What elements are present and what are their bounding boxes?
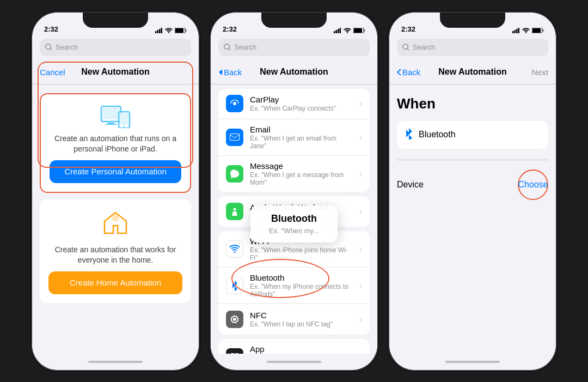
create-personal-automation-button[interactable]: Create Personal Automation xyxy=(50,160,181,183)
when-section: When Bluetooth Device Choose xyxy=(389,84,556,203)
svg-rect-3 xyxy=(161,28,163,33)
nfc-chevron: › xyxy=(359,315,362,324)
carplay-text: CarPlay Ex. "When CarPlay connects" xyxy=(250,95,353,112)
svg-rect-36 xyxy=(532,28,541,33)
status-icons-3 xyxy=(512,28,544,33)
search-input-2[interactable]: Search xyxy=(218,39,370,56)
battery-icon xyxy=(175,28,187,33)
phone1-content: Create an automation that runs on a pers… xyxy=(32,84,199,354)
svg-rect-33 xyxy=(516,29,518,33)
list-item-email[interactable]: Email Ex. "When I get an email from Jane… xyxy=(218,119,370,156)
search-icon-1 xyxy=(45,44,52,51)
personal-card-desc: Create an automation that runs on a pers… xyxy=(50,134,181,155)
bluetooth-overlay: Bluetooth Ex. "When my... xyxy=(250,205,338,242)
wifi-icon xyxy=(165,28,173,33)
nfc-icon xyxy=(226,311,243,328)
home-automation-card: Create an automation that works for ever… xyxy=(40,199,191,303)
divider xyxy=(397,160,548,160)
svg-rect-19 xyxy=(354,28,362,33)
svg-rect-2 xyxy=(159,29,161,33)
search-icon-2 xyxy=(224,44,231,51)
create-home-automation-button[interactable]: Create Home Automation xyxy=(48,271,182,294)
choose-button[interactable]: Choose xyxy=(518,169,548,200)
home-bar-1 xyxy=(32,354,199,370)
nav-bar-2: Back New Automation xyxy=(211,60,377,84)
nav-title-3: New Automation xyxy=(438,67,507,77)
back-button-3[interactable]: Back xyxy=(397,68,420,77)
carplay-title: CarPlay xyxy=(250,95,353,104)
email-title: Email xyxy=(250,125,353,134)
workout-chevron: › xyxy=(359,207,362,216)
svg-rect-15 xyxy=(336,30,338,33)
app-chevron: › xyxy=(359,353,362,354)
app-icon xyxy=(226,348,243,354)
when-bluetooth-label: Bluetooth xyxy=(419,130,456,140)
svg-rect-31 xyxy=(512,31,514,33)
personal-icon xyxy=(100,105,131,128)
svg-rect-5 xyxy=(175,28,183,33)
search-placeholder-3: Search xyxy=(413,43,435,51)
phone-1: 2:32 Search Cancel New Automation xyxy=(31,11,200,371)
list-section-connections: Wi-Fi Ex. "When iPhone joins home Wi-Fi"… xyxy=(218,231,370,335)
svg-rect-7 xyxy=(102,107,120,119)
phone3-content: When Bluetooth Device Choose xyxy=(389,84,556,354)
message-text: Message Ex. "When I get a message from M… xyxy=(250,161,353,186)
search-bar-1: Search xyxy=(32,37,199,60)
notch-2 xyxy=(261,13,327,28)
wifi-icon-2 xyxy=(344,28,351,33)
status-icons-2 xyxy=(334,28,365,33)
chevron-left-icon-3 xyxy=(397,69,401,76)
when-title: When xyxy=(397,95,548,112)
nfc-subtitle: Ex. "When I tap an NFC tag" xyxy=(250,320,353,328)
bluetooth-title: Bluetooth xyxy=(250,273,353,282)
nav-title-2: New Automation xyxy=(260,67,328,77)
personal-icon-svg xyxy=(100,105,131,128)
workout-icon xyxy=(226,203,243,220)
battery-icon-3 xyxy=(532,28,544,33)
email-subtitle: Ex. "When I get an email from Jane" xyxy=(250,135,353,150)
when-bluetooth-row: Bluetooth xyxy=(397,121,548,149)
email-text: Email Ex. "When I get an email from Jane… xyxy=(250,125,353,150)
app-title: App xyxy=(250,344,353,354)
wifi-subtitle: Ex. "When iPhone joins home Wi-Fi" xyxy=(250,246,353,262)
message-subtitle: Ex. "When I get a message from Mom" xyxy=(250,171,353,186)
svg-point-22 xyxy=(234,208,236,210)
svg-point-12 xyxy=(124,125,125,126)
svg-rect-0 xyxy=(155,31,157,33)
home-bar-2 xyxy=(211,354,377,370)
back-button-2[interactable]: Back xyxy=(218,68,242,77)
home-icon xyxy=(102,210,128,239)
search-input-3[interactable]: Search xyxy=(397,39,548,56)
email-icon xyxy=(226,129,243,146)
list-item-bluetooth[interactable]: Bluetooth Ex. "When my iPhone connects t… xyxy=(218,268,370,304)
nav-bar-3: Back New Automation Next xyxy=(389,60,556,84)
signal-icon-3 xyxy=(512,28,520,33)
search-placeholder-2: Search xyxy=(234,43,256,51)
notch-1 xyxy=(83,13,148,28)
search-bar-2: Search xyxy=(211,37,377,60)
nav-bar-1: Cancel New Automation xyxy=(32,60,199,84)
svg-rect-24 xyxy=(235,353,238,354)
notch-3 xyxy=(440,13,505,28)
svg-rect-34 xyxy=(518,28,520,33)
list-item-message[interactable]: Message Ex. "When I get a message from M… xyxy=(218,156,370,192)
status-time-1: 2:32 xyxy=(44,25,58,33)
svg-rect-13 xyxy=(112,215,119,221)
phone-2: 2:32 Search Back New Automation xyxy=(210,11,378,371)
svg-rect-23 xyxy=(231,353,234,354)
next-button[interactable]: Next xyxy=(531,68,548,77)
cancel-button[interactable]: Cancel xyxy=(40,68,65,77)
search-icon-3 xyxy=(402,44,409,51)
signal-icon xyxy=(155,28,163,33)
bluetooth-list-icon xyxy=(226,277,243,294)
battery-icon-2 xyxy=(353,28,365,33)
bluetooth-chevron: › xyxy=(359,281,362,290)
message-chevron: › xyxy=(359,169,362,178)
list-item-carplay[interactable]: CarPlay Ex. "When CarPlay connects" › xyxy=(218,89,370,119)
personal-automation-card: Create an automation that runs on a pers… xyxy=(40,93,191,193)
svg-rect-17 xyxy=(340,28,341,33)
list-item-nfc[interactable]: NFC Ex. "When I tap an NFC tag" › xyxy=(218,304,370,335)
list-item-app[interactable]: App Ex. "When *Weather* is opened or clo… xyxy=(218,339,370,354)
search-input-1[interactable]: Search xyxy=(40,39,191,56)
search-placeholder-1: Search xyxy=(56,43,78,51)
